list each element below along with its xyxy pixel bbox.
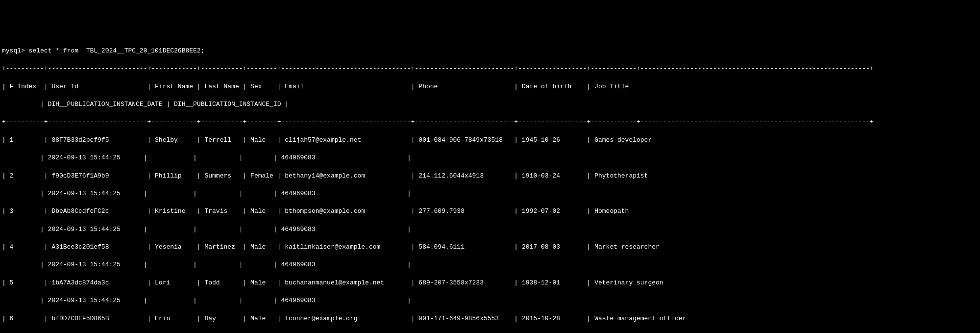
row-1-line2: | 2024-09-13 15:44:25 | | | | 464969083 … [2, 154, 980, 162]
terminal: mysql> select * from TBL_2024__TPC_20_10… [2, 38, 980, 333]
row-5-line1: | 5 | 1bA7A3dc874da3c | Lori | Todd | Ma… [2, 279, 980, 287]
row-5-line2: | 2024-09-13 15:44:25 | | | | 464969083 … [2, 296, 980, 305]
row-3-line1: | 3 | DbeAb8CcdfeFC2c | Kristine | Travi… [2, 207, 980, 216]
row-2-line2: | 2024-09-13 15:44:25 | | | | 464969083 … [2, 189, 980, 198]
row-3-line2: | 2024-09-13 15:44:25 | | | | 464969083 … [2, 225, 980, 234]
row-4-line1: | 4 | A31Bee3c201ef58 | Yesenia | Martin… [2, 243, 980, 252]
row-1-line1: | 1 | 88F7B33d2bcf9f5 | Shelby | Terrell… [2, 136, 980, 145]
row-4-line2: | 2024-09-13 15:44:25 | | | | 464969083 … [2, 260, 980, 269]
command-line: mysql> select * from TBL_2024__TPC_20_10… [2, 47, 980, 55]
header-row-2: | DIH__PUBLICATION_INSTANCE_DATE | DIH__… [2, 100, 980, 109]
separator-top: +----------+--------------------------+-… [2, 64, 980, 73]
separator-header: +----------+--------------------------+-… [2, 118, 980, 127]
header-row-1: | F_Index | User_Id | First_Name | Last_… [2, 82, 980, 91]
row-2-line1: | 2 | f90cD3E76f1A9b9 | Phillip | Summer… [2, 172, 980, 180]
row-6-line1: | 6 | bfDD7CDEF5D865B | Erin | Day | Mal… [2, 314, 980, 323]
